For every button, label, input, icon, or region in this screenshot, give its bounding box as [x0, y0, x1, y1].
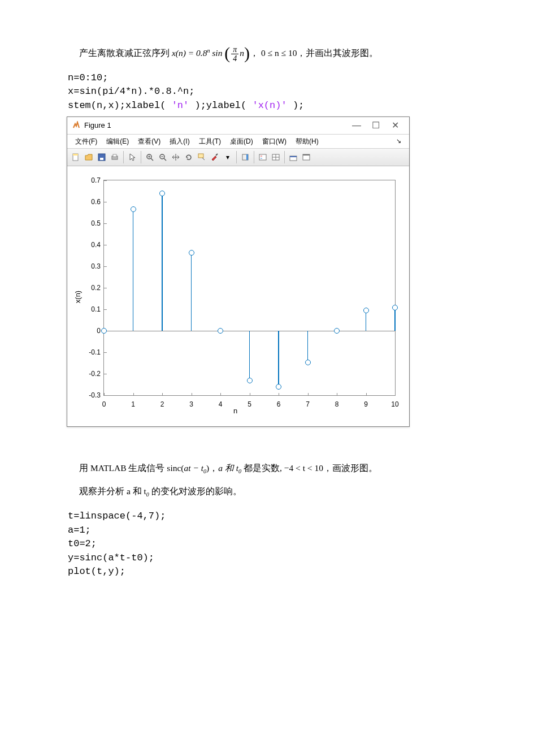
- save-icon[interactable]: [95, 151, 108, 163]
- svg-line-15: [216, 154, 218, 155]
- menu-edit[interactable]: 编辑(E): [102, 136, 133, 147]
- new-icon[interactable]: [70, 151, 82, 163]
- xtick-label: 5: [248, 399, 251, 410]
- svg-line-14: [202, 158, 205, 160]
- xtick-label: 3: [189, 399, 193, 410]
- ytick-label: 0.7: [91, 175, 101, 186]
- stem-marker: [218, 328, 223, 334]
- stem-line: [394, 308, 396, 331]
- stem-marker: [159, 191, 165, 196]
- stem-marker: [131, 206, 136, 212]
- pan-icon[interactable]: [170, 151, 182, 163]
- legend-icon[interactable]: [257, 151, 269, 163]
- xtick-label: 0: [102, 399, 106, 410]
- stem-line: [278, 331, 279, 387]
- pointer-icon[interactable]: [126, 151, 138, 163]
- problem2-line2: 观察并分析 a 和 t0 的变化对波形的影响。: [79, 484, 483, 499]
- ytick-label: 0.4: [91, 239, 101, 250]
- svg-line-7: [151, 158, 153, 161]
- brush-icon[interactable]: [209, 151, 221, 163]
- link-icon[interactable]: ▾: [222, 151, 234, 163]
- xlabel: n: [233, 405, 237, 417]
- svg-rect-13: [198, 154, 203, 158]
- xtick-label: 1: [131, 399, 135, 410]
- range-text: ， 0 ≤ n ≤ 10，并画出其波形图。: [250, 48, 378, 58]
- menu-file[interactable]: 文件(F): [71, 136, 102, 147]
- ytick-label: 0: [97, 325, 101, 336]
- xtick-label: 2: [160, 399, 164, 410]
- problem1-statement: 产生离散衰减正弦序列 x(n) = 0.8n sin (π4n)， 0 ≤ n …: [79, 45, 483, 63]
- menubar: 文件(F) 编辑(E) 查看(V) 插入(I) 工具(T) 桌面(D) 窗口(W…: [67, 135, 409, 149]
- problem2-line1: 用 MATLAB 生成信号 sinc(at − t0)，a 和 t0 都是实数,…: [79, 461, 483, 476]
- open-icon[interactable]: [83, 151, 95, 163]
- stem-marker: [276, 384, 281, 390]
- stem-marker: [189, 250, 194, 256]
- ytick-label: 0.2: [91, 282, 101, 293]
- stem-marker: [247, 378, 253, 383]
- print-icon[interactable]: [108, 151, 121, 163]
- zoom-in-icon[interactable]: [144, 151, 156, 163]
- code-block-1: n=0:10; x=sin(pi/4*n).*0.8.^n; stem(n,x)…: [68, 71, 483, 113]
- xtick-label: 10: [391, 399, 398, 410]
- text: 产生离散衰减正弦序列: [79, 48, 172, 58]
- plot-area: x(n) n -0.3-0.2-0.100.10.20.30.40.50.60.…: [67, 166, 409, 426]
- window-title: Figure 1: [84, 119, 347, 132]
- maximize-button[interactable]: ☐: [366, 117, 385, 134]
- close-button[interactable]: ✕: [385, 117, 405, 134]
- dock-icon[interactable]: [287, 151, 299, 163]
- ytick-label: 0.1: [91, 304, 101, 315]
- menu-desktop[interactable]: 桌面(D): [225, 136, 258, 147]
- xtick-label: 7: [306, 399, 310, 410]
- stem-line: [162, 193, 163, 331]
- menu-view[interactable]: 查看(V): [133, 136, 165, 147]
- annotation-icon[interactable]: [270, 151, 282, 163]
- xtick-label: 9: [364, 399, 368, 410]
- zoom-out-icon[interactable]: [157, 151, 169, 163]
- ytick-label: 0.5: [91, 218, 101, 229]
- menubar-more-icon[interactable]: ↘: [392, 136, 406, 146]
- stem-line: [366, 310, 367, 331]
- toolbar: ▾: [67, 149, 409, 166]
- ylabel: x(n): [72, 291, 84, 303]
- stem-line: [133, 209, 134, 331]
- stem-marker: [334, 328, 340, 334]
- formula-lhs: x(n) = 0.8n sin: [172, 48, 224, 58]
- menu-window[interactable]: 窗口(W): [258, 136, 291, 147]
- svg-rect-1: [73, 154, 78, 155]
- problem2: 用 MATLAB 生成信号 sinc(at − t0)，a 和 t0 都是实数,…: [68, 461, 483, 499]
- colorbar-icon[interactable]: [239, 151, 251, 163]
- axes: -0.3-0.2-0.100.10.20.30.40.50.60.7012345…: [103, 180, 396, 396]
- menu-tools[interactable]: 工具(T): [194, 136, 225, 147]
- code-block-2: t=linspace(-4,7); a=1; t0=2; y=sinc(a*t-…: [68, 509, 483, 579]
- svg-rect-18: [259, 154, 266, 160]
- stem-marker: [305, 360, 311, 365]
- svg-rect-25: [290, 156, 297, 157]
- xtick-label: 4: [219, 399, 223, 410]
- menu-help[interactable]: 帮助(H): [291, 136, 323, 147]
- stem-line: [249, 331, 250, 381]
- svg-rect-17: [246, 154, 248, 160]
- stem-marker: [363, 308, 369, 313]
- ytick-label: -0.2: [89, 368, 101, 379]
- stem-marker: [392, 305, 398, 310]
- ytick-label: -0.3: [89, 390, 101, 401]
- layout-icon[interactable]: [300, 151, 312, 163]
- fraction: π4: [231, 45, 238, 63]
- svg-rect-5: [113, 154, 116, 157]
- svg-rect-3: [100, 158, 103, 160]
- minimize-button[interactable]: —: [347, 117, 366, 134]
- datacursor-icon[interactable]: [196, 151, 208, 163]
- stem-line: [307, 331, 309, 362]
- rparen: ): [244, 45, 250, 62]
- menu-insert[interactable]: 插入(I): [165, 136, 194, 147]
- titlebar: Figure 1 — ☐ ✕: [67, 117, 409, 135]
- xtick-label: 6: [277, 399, 281, 410]
- svg-line-11: [164, 158, 166, 161]
- rotate-icon[interactable]: [183, 151, 195, 163]
- xtick-label: 8: [335, 399, 339, 410]
- svg-rect-27: [303, 154, 310, 155]
- matlab-icon: [72, 121, 81, 130]
- figure-window: Figure 1 — ☐ ✕ 文件(F) 编辑(E) 查看(V) 插入(I) 工…: [67, 116, 410, 427]
- ytick-label: 0.6: [91, 196, 101, 208]
- lparen: (: [224, 45, 230, 62]
